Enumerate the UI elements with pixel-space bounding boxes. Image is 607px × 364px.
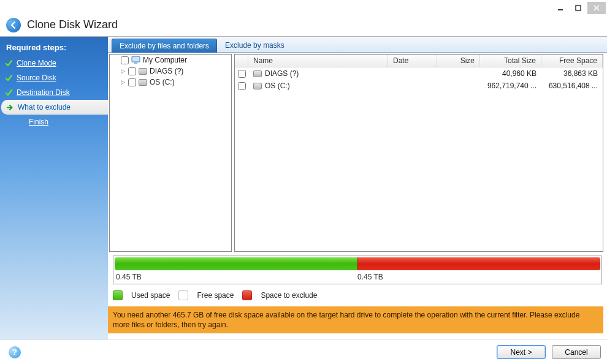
row-free: 36,863 KB	[541, 69, 603, 78]
row-size	[437, 85, 480, 86]
file-list[interactable]: Name Date Size Total Size Free Space DIA…	[234, 54, 603, 252]
legend-free: Free space	[197, 291, 234, 300]
legend-exclude: Space to exclude	[261, 291, 317, 300]
swatch-used-icon	[113, 290, 123, 300]
tree-root[interactable]: My Computer	[110, 55, 231, 66]
close-button[interactable]	[587, 2, 606, 14]
col-check[interactable]	[235, 55, 248, 67]
svg-rect-4	[132, 56, 140, 62]
col-total[interactable]: Total Size	[480, 55, 541, 67]
row-total: 40,960 KB	[480, 69, 541, 78]
tree-checkbox[interactable]	[128, 78, 136, 86]
step-finish[interactable]: Finish	[0, 115, 108, 129]
row-checkbox[interactable]	[238, 82, 246, 90]
list-header: Name Date Size Total Size Free Space	[235, 55, 603, 67]
step-label: Source Disk	[17, 74, 56, 82]
cancel-button[interactable]: Cancel	[552, 345, 601, 359]
help-icon[interactable]: ?	[9, 346, 21, 358]
check-icon	[5, 89, 13, 97]
wizard-title: Clone Disk Wizard	[27, 18, 118, 31]
disk-icon	[253, 70, 262, 77]
step-clone-mode[interactable]: Clone Mode	[0, 56, 108, 70]
wizard-footer: ? Next > Cancel	[0, 339, 607, 364]
main-panel: Exclude by files and folders Exclude by …	[108, 37, 607, 339]
capacity-panel: 0.45 TB 0.45 TB	[113, 256, 602, 284]
step-source-disk[interactable]: Source Disk	[0, 70, 108, 85]
col-date[interactable]: Date	[388, 55, 437, 67]
svg-rect-1	[576, 6, 581, 10]
tree-checkbox[interactable]	[128, 67, 136, 75]
window-titlebar	[0, 0, 607, 16]
row-name: OS (C:)	[265, 82, 290, 90]
capacity-exclude-label: 0.45 TB	[357, 273, 599, 281]
row-checkbox[interactable]	[238, 70, 246, 78]
next-button[interactable]: Next >	[497, 345, 546, 359]
row-free: 630,516,408 ...	[541, 81, 603, 91]
tree-label: My Computer	[143, 56, 187, 64]
bar-used	[115, 257, 357, 270]
step-label: What to exclude	[18, 103, 71, 112]
arrow-icon	[6, 104, 14, 112]
step-what-to-exclude[interactable]: What to exclude	[1, 100, 108, 115]
steps-header: Required steps:	[0, 40, 108, 56]
tree-label: OS (C:)	[150, 78, 175, 86]
disk-icon	[139, 79, 147, 86]
warning-banner: You need another 465.7 GB of free disk s…	[108, 306, 603, 333]
swatch-free-icon	[178, 290, 188, 300]
step-label: Destination Disk	[17, 88, 70, 97]
minimize-button[interactable]	[552, 2, 569, 14]
capacity-used-label: 0.45 TB	[116, 273, 357, 281]
disk-icon	[139, 68, 147, 75]
tab-exclude-masks[interactable]: Exclude by masks	[217, 38, 292, 52]
bar-exclude	[357, 257, 600, 270]
step-destination-disk[interactable]: Destination Disk	[0, 85, 108, 100]
check-icon	[5, 59, 13, 67]
expander-icon[interactable]: ▷	[120, 68, 126, 74]
row-total: 962,719,740 ...	[480, 81, 541, 91]
col-size[interactable]: Size	[437, 55, 480, 67]
back-icon[interactable]	[6, 18, 21, 32]
step-label: Finish	[29, 118, 48, 126]
legend: Used space Free space Space to exclude	[108, 284, 607, 304]
wizard-header: Clone Disk Wizard	[0, 16, 607, 37]
col-free[interactable]: Free Space	[541, 55, 603, 67]
tree-item[interactable]: ▷ DIAGS (?)	[110, 66, 231, 77]
disk-icon	[253, 83, 262, 89]
swatch-exclude-icon	[242, 290, 252, 300]
row-date	[388, 85, 437, 86]
tab-exclude-files[interactable]: Exclude by files and folders	[112, 39, 217, 53]
computer-icon	[131, 56, 140, 64]
check-icon	[5, 74, 13, 82]
step-label: Clone Mode	[17, 59, 56, 67]
tree-label: DIAGS (?)	[150, 67, 183, 75]
row-name: DIAGS (?)	[265, 69, 299, 78]
expander-icon[interactable]: ▷	[120, 79, 126, 85]
exclude-tabs: Exclude by files and folders Exclude by …	[108, 37, 607, 53]
legend-used: Used space	[131, 291, 170, 300]
tree-checkbox[interactable]	[121, 56, 129, 64]
row-date	[388, 73, 437, 74]
list-item[interactable]: OS (C:) 962,719,740 ... 630,516,408 ...	[235, 80, 603, 92]
maximize-button[interactable]	[570, 2, 587, 14]
tree-item[interactable]: ▷ OS (C:)	[110, 77, 231, 88]
col-name[interactable]: Name	[248, 55, 388, 67]
row-size	[437, 73, 480, 74]
steps-sidebar: Required steps: Clone Mode Source Disk D…	[0, 37, 108, 339]
capacity-bar	[115, 257, 600, 270]
folder-tree[interactable]: My Computer ▷ DIAGS (?) ▷ OS (C:)	[109, 54, 232, 252]
list-body: DIAGS (?) 40,960 KB 36,863 KB OS (C:)	[235, 67, 603, 251]
list-item[interactable]: DIAGS (?) 40,960 KB 36,863 KB	[235, 67, 603, 80]
svg-rect-5	[134, 63, 137, 64]
